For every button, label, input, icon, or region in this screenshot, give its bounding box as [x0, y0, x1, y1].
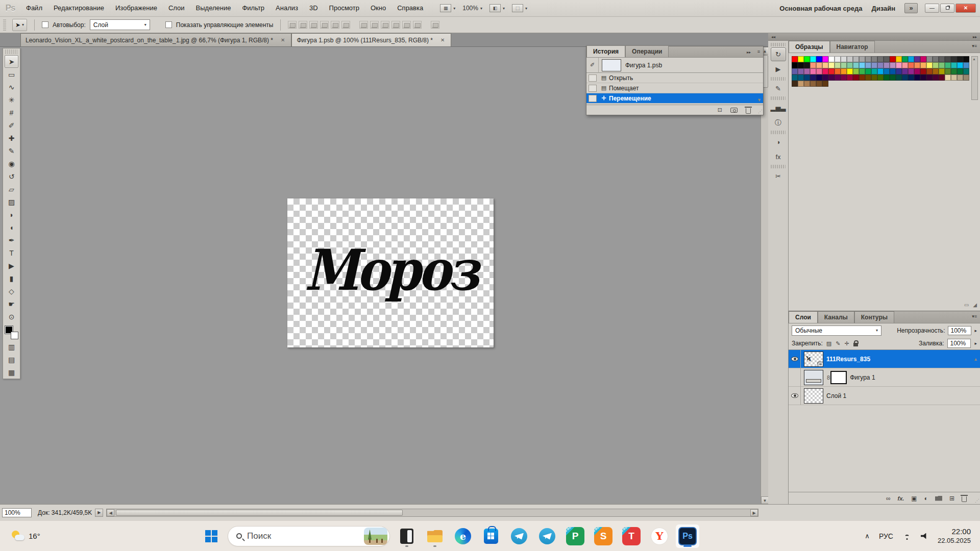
distribute-top-edges-icon[interactable] [359, 21, 368, 29]
menu-item-Просмотр[interactable]: Просмотр [324, 0, 365, 16]
visibility-toggle[interactable] [789, 350, 801, 368]
new-snapshot-icon[interactable] [730, 108, 738, 113]
lock-all-icon[interactable] [853, 343, 858, 346]
color-swatch[interactable] [951, 68, 957, 74]
history-snapshot-row[interactable]: ✐ Фигура 1.psb [586, 58, 763, 73]
lock-transparency-icon[interactable]: ▨ [826, 340, 831, 347]
new-document-from-state-icon[interactable]: ⊡ [718, 107, 722, 113]
microsoft-store-taskbar-icon[interactable] [479, 524, 503, 548]
hidden-icons-chevron[interactable]: ∧ [865, 532, 870, 540]
color-swatch[interactable] [908, 74, 914, 81]
color-swatch[interactable] [816, 56, 822, 62]
color-swatch[interactable] [914, 68, 920, 74]
color-swatch[interactable] [853, 68, 859, 74]
layer-row[interactable]: 8Фигура 1 [789, 368, 980, 387]
color-swatch[interactable] [884, 74, 890, 81]
color-swatch[interactable] [859, 56, 865, 62]
color-swatch[interactable] [822, 81, 828, 87]
color-swatch[interactable] [951, 62, 957, 68]
panel-group-grip[interactable] [771, 43, 786, 46]
collapse-dock-right-icon[interactable]: ▸▸ [973, 35, 977, 39]
panel-group-grip[interactable] [771, 165, 786, 168]
color-swatch[interactable] [835, 74, 841, 81]
new-group-icon[interactable] [935, 496, 942, 501]
color-swatch[interactable] [963, 74, 969, 81]
vertical-scrollbar[interactable]: ▲ ▼ [761, 47, 768, 504]
color-swatch[interactable] [945, 62, 951, 68]
layer-row[interactable]: 111Resurs_835▲ [789, 350, 980, 368]
workspace-design[interactable]: Дизайн [871, 5, 895, 12]
align-left-edges-icon[interactable] [320, 21, 329, 29]
color-swatch[interactable] [896, 56, 902, 62]
color-swatch[interactable] [945, 56, 951, 62]
visibility-toggle[interactable] [789, 368, 801, 387]
color-swatch[interactable] [896, 74, 902, 81]
arrange-documents-button[interactable]: ◧▾ [489, 4, 505, 12]
clock[interactable]: 22:00 22.05.2025 [938, 527, 971, 545]
color-swatch[interactable] [933, 74, 939, 81]
tab-paths[interactable]: Контуры [854, 311, 894, 323]
zoom-level-control[interactable]: 100%▾ [462, 5, 482, 12]
swatches-panel-menu-icon[interactable]: ▾≡ [972, 43, 977, 48]
color-swatch[interactable] [810, 62, 816, 68]
color-swatch[interactable] [933, 62, 939, 68]
color-swatch[interactable] [926, 62, 933, 68]
color-swatch[interactable] [908, 68, 914, 74]
brush-tool[interactable]: ✎ [5, 144, 18, 157]
history-panel-icon[interactable]: ↻ [771, 47, 786, 61]
color-swatch[interactable] [926, 74, 933, 81]
yandex-browser-taskbar-icon[interactable]: Y [648, 524, 671, 548]
color-swatch[interactable] [841, 74, 847, 81]
distribute-horizontal-centers-icon[interactable] [402, 21, 411, 29]
color-swatch[interactable] [792, 62, 798, 68]
lock-position-icon[interactable]: ✛ [844, 340, 849, 347]
history-scroll-down-icon[interactable]: ▼ [757, 97, 762, 103]
history-source-checkbox[interactable] [589, 95, 597, 102]
color-swatch[interactable] [792, 68, 798, 74]
actions-panel-icon[interactable]: ▶ [771, 62, 786, 76]
color-swatch[interactable] [902, 68, 908, 74]
align-horizontal-centers-icon[interactable] [331, 21, 339, 29]
history-step[interactable]: ▤Помещает [586, 83, 763, 93]
color-panel-icon[interactable]: ◑ [771, 135, 786, 149]
menu-item-Редактирование[interactable]: Редактирование [48, 0, 110, 16]
styles-panel-icon[interactable]: fx [771, 150, 786, 164]
color-swatch[interactable] [835, 62, 841, 68]
color-swatch[interactable] [792, 81, 798, 87]
color-swatch[interactable] [914, 62, 920, 68]
clone-stamp-tool[interactable]: ◉ [5, 157, 18, 170]
rectangular-marquee-tool[interactable]: ▭ [5, 68, 18, 81]
layers-panel-menu-icon[interactable]: ▾≡ [972, 314, 977, 319]
distribute-vertical-centers-icon[interactable] [370, 21, 379, 29]
color-swatch[interactable] [853, 62, 859, 68]
taskbar-search[interactable]: Поиск [228, 526, 390, 546]
move-tool[interactable]: ➤ [5, 55, 18, 68]
color-swatch[interactable] [963, 62, 969, 68]
volume-icon[interactable] [921, 533, 928, 539]
color-swatch[interactable] [859, 74, 865, 81]
color-swatch[interactable] [890, 56, 896, 62]
tab-close-icon[interactable]: ✕ [279, 37, 286, 43]
tab-history[interactable]: История [586, 45, 625, 57]
scroll-left-icon[interactable]: ◀ [107, 509, 114, 516]
color-swatch[interactable] [847, 56, 853, 62]
color-swatch[interactable] [957, 62, 963, 68]
eraser-tool[interactable]: ▱ [5, 183, 18, 195]
color-swatch[interactable] [963, 68, 969, 74]
color-swatch[interactable] [884, 62, 890, 68]
color-swatch[interactable] [804, 62, 810, 68]
color-swatch[interactable] [828, 56, 835, 62]
measurement-panel-icon[interactable]: ✂ [771, 169, 786, 183]
align-vertical-centers-icon[interactable] [299, 21, 307, 29]
color-swatch[interactable] [902, 62, 908, 68]
document-canvas[interactable]: Мороз [287, 198, 494, 347]
layer-row[interactable]: Слой 1 [789, 387, 980, 405]
color-swatch[interactable] [926, 68, 933, 74]
panel-group-grip[interactable] [771, 96, 786, 100]
tablet-device-app-taskbar-icon[interactable] [395, 524, 419, 548]
color-swatch[interactable] [914, 74, 920, 81]
zoom-tool[interactable]: ⊙ [5, 310, 18, 323]
panel-group-grip[interactable] [771, 77, 786, 81]
color-swatch[interactable] [822, 56, 828, 62]
menu-item-Анализ[interactable]: Анализ [270, 0, 304, 16]
